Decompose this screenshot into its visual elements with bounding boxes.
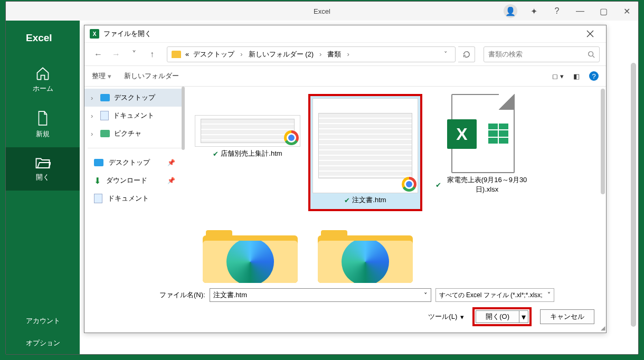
window-controls: 👤 ✦ ? — ▢ ✕ (501, 3, 638, 20)
view-mode-button[interactable]: ◻ ▾ (552, 72, 564, 80)
quick-documents[interactable]: ドキュメント (84, 190, 185, 207)
pictures-icon (100, 130, 110, 137)
document-icon (100, 111, 109, 120)
sync-icon: ✔ (213, 150, 219, 158)
file-open-dialog: X ファイルを開く ← → ˅ ↑ « デスクトップ 新しいフォルダー (2) … (84, 25, 607, 333)
action-row: ツール(L) ▾ 開く(O) ▾ キャンセル (96, 307, 594, 326)
quick-item-label: ダウンロード (106, 176, 147, 185)
file-name: 家電売上表(9月16～9月30日).xlsx (443, 175, 531, 194)
resize-grip[interactable]: ◢ (601, 325, 605, 331)
breadcrumb-seg[interactable]: 新しいフォルダー (2) (247, 49, 316, 60)
recent-dropdown[interactable]: ˅ (127, 47, 141, 62)
preview-toggle[interactable]: ◧ (573, 72, 580, 80)
open-dropdown[interactable]: ▾ (519, 310, 528, 323)
chrome-icon (284, 130, 299, 145)
comments-icon[interactable]: ✦ (524, 3, 543, 20)
dialog-toolbar: 整理 ▾ 新しいフォルダー ◻ ▾ ◧ ? (84, 66, 606, 86)
app-frame: Excel 👤 ✦ ? — ▢ ✕ Excel ホーム 新規 開く アカウント … (5, 1, 639, 355)
help-button[interactable]: ? (547, 3, 566, 20)
search-input[interactable] (488, 50, 588, 58)
refresh-button[interactable] (458, 46, 475, 62)
minimize-button[interactable]: — (571, 3, 590, 20)
file-item-folder[interactable] (197, 223, 303, 284)
chrome-icon (402, 177, 416, 192)
excel-icon: X (90, 29, 99, 39)
filename-value: 注文書.htm (213, 290, 247, 300)
pin-icon: 📌 (167, 159, 175, 166)
quick-downloads[interactable]: ⬇ ダウンロード 📌 (84, 172, 185, 190)
file-name: 注文書.htm (352, 195, 386, 205)
tree-item-label: デスクトップ (114, 93, 155, 102)
filename-row: ファイル名(N): 注文書.htm ˅ すべての Excel ファイル (*.x… (96, 288, 594, 302)
sidebar-options[interactable]: オプション (6, 332, 80, 354)
search-box[interactable] (484, 46, 600, 62)
file-name: 店舗別売上集計.htm (221, 149, 282, 158)
tree-desktop[interactable]: › デスクトップ (84, 89, 185, 107)
dialog-bottom: ファイル名(N): 注文書.htm ˅ すべての Excel ファイル (*.x… (84, 284, 606, 333)
sidebar-item-label: 開く (36, 173, 50, 182)
dialog-nav: ← → ˅ ↑ « デスクトップ 新しいフォルダー (2) 書類 ˅ (84, 42, 606, 65)
close-icon (586, 30, 594, 37)
filename-input[interactable]: 注文書.htm ˅ (210, 288, 431, 302)
filename-label: ファイル名(N): (159, 290, 205, 300)
sidebar: Excel ホーム 新規 開く アカウント オプション (6, 21, 80, 354)
document-icon (36, 110, 50, 126)
chevron-down-icon[interactable]: ˅ (547, 291, 551, 299)
breadcrumb-dropdown[interactable]: ˅ (441, 50, 451, 58)
excel-thumbnail: X (451, 94, 515, 173)
open-button[interactable]: 開く(O) (476, 310, 519, 323)
forward-button[interactable]: → (109, 47, 124, 62)
avatar[interactable]: 👤 (501, 3, 520, 20)
pin-icon: 📌 (167, 177, 175, 184)
sidebar-item-label: 新規 (36, 129, 50, 139)
content-scrollbar[interactable] (631, 63, 636, 327)
cancel-button[interactable]: キャンセル (540, 309, 594, 324)
organize-menu[interactable]: 整理 ▾ (92, 71, 111, 81)
dialog-title-bar: X ファイルを開く (84, 25, 606, 42)
dialog-body: › デスクトップ › ドキュメント › ピクチャ (84, 87, 606, 284)
sidebar-item-home[interactable]: ホーム (6, 58, 80, 102)
help-icon[interactable]: ? (589, 71, 599, 81)
dialog-close-button[interactable] (580, 26, 601, 42)
tools-menu[interactable]: ツール(L) ▾ (428, 312, 464, 321)
folder-tree: › デスクトップ › ドキュメント › ピクチャ (84, 87, 185, 284)
tree-documents[interactable]: › ドキュメント (84, 107, 185, 125)
chevron-right-icon: › (91, 94, 96, 102)
maximize-button[interactable]: ▢ (594, 3, 613, 20)
filetype-value: すべての Excel ファイル (*.xl*;*.xlsx; (439, 291, 543, 300)
quick-desktop[interactable]: デスクトップ 📌 (84, 154, 185, 172)
file-item[interactable]: X ✔家電売上表(9月16～9月30日).xlsx (433, 92, 533, 213)
folder-open-icon (35, 156, 51, 169)
tree-pictures[interactable]: › ピクチャ (84, 125, 185, 143)
file-item-folder[interactable] (312, 223, 418, 284)
breadcrumb[interactable]: « デスクトップ 新しいフォルダー (2) 書類 ˅ (167, 46, 456, 62)
quick-item-label: ドキュメント (108, 194, 149, 203)
sidebar-item-label: ホーム (33, 84, 53, 93)
sync-icon: ✔ (344, 196, 350, 204)
desktop-icon (100, 94, 110, 101)
file-list: ✔店舗別売上集計.htm ✔注文書.htm X ✔家電 (185, 87, 606, 284)
home-icon (35, 66, 50, 81)
sidebar-item-open[interactable]: 開く (6, 147, 80, 191)
sync-icon: ✔ (435, 181, 441, 189)
breadcrumb-seg[interactable]: 書類 (325, 49, 343, 60)
app-title: Excel (314, 7, 330, 15)
download-icon: ⬇ (94, 176, 101, 186)
filetype-select[interactable]: すべての Excel ファイル (*.xl*;*.xlsx; ˅ (435, 288, 554, 302)
chevron-down-icon[interactable]: ˅ (424, 291, 428, 299)
new-folder-button[interactable]: 新しいフォルダー (124, 71, 179, 81)
breadcrumb-prefix: « (185, 50, 189, 58)
sidebar-account[interactable]: アカウント (6, 310, 80, 332)
title-bar: Excel 👤 ✦ ? — ▢ ✕ (6, 2, 638, 21)
file-item-selected[interactable]: ✔注文書.htm (307, 92, 423, 213)
sidebar-item-new[interactable]: 新規 (6, 102, 80, 147)
dialog-title: ファイルを開く (103, 29, 151, 39)
close-window-button[interactable]: ✕ (617, 3, 636, 20)
tree-item-label: ピクチャ (114, 129, 141, 138)
breadcrumb-seg[interactable]: デスクトップ (191, 49, 236, 60)
brand-label: Excel (6, 21, 80, 58)
up-button[interactable]: ↑ (145, 47, 159, 62)
refresh-icon (463, 51, 470, 58)
file-item[interactable]: ✔店舗別売上集計.htm (197, 113, 298, 213)
back-button[interactable]: ← (91, 47, 106, 62)
